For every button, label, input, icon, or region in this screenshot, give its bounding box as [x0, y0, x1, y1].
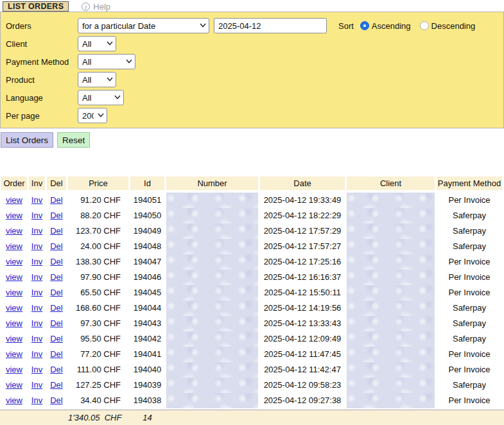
del-cell: Del: [47, 254, 66, 270]
view-link[interactable]: view: [6, 257, 22, 266]
view-cell: view: [1, 316, 27, 331]
redacted-number: [166, 270, 258, 285]
invoice-link[interactable]: Inv: [31, 288, 42, 297]
view-link[interactable]: view: [6, 365, 22, 374]
date-cell: 2025-04-12 14:19:56: [260, 300, 345, 316]
order-number-cell: [166, 285, 258, 300]
client-select-control[interactable]: All: [78, 36, 116, 51]
redacted-client: [347, 208, 435, 223]
info-icon: i: [82, 3, 90, 11]
view-cell: view: [1, 331, 27, 347]
view-link[interactable]: view: [6, 349, 22, 359]
orders-mode-select[interactable]: for a particular Date: [78, 18, 209, 33]
list-orders-button[interactable]: List Orders: [1, 132, 53, 148]
delete-link[interactable]: Del: [50, 318, 63, 328]
client-select[interactable]: All: [78, 36, 116, 51]
price-cell: 91.20 CHF: [68, 193, 128, 208]
sort-group: Sort Ascending Descending: [338, 21, 484, 31]
price-cell: 95.50 CHF: [68, 331, 128, 347]
delete-link[interactable]: Del: [50, 334, 63, 343]
view-link[interactable]: view: [6, 380, 22, 390]
delete-link[interactable]: Del: [50, 257, 63, 266]
delete-link[interactable]: Del: [50, 226, 63, 236]
delete-link[interactable]: Del: [50, 303, 63, 313]
inv-cell: Inv: [29, 285, 45, 300]
invoice-link[interactable]: Inv: [31, 226, 42, 236]
invoice-link[interactable]: Inv: [31, 272, 42, 282]
radio-unchecked-icon: [420, 21, 429, 30]
delete-link[interactable]: Del: [50, 365, 63, 374]
view-link[interactable]: view: [6, 334, 22, 343]
view-link[interactable]: view: [6, 318, 22, 328]
view-link[interactable]: view: [6, 211, 22, 220]
sort-descending-radio[interactable]: Descending: [420, 21, 476, 31]
product-select[interactable]: All: [78, 72, 116, 87]
delete-link[interactable]: Del: [50, 349, 63, 359]
invoice-link[interactable]: Inv: [31, 380, 42, 390]
view-link[interactable]: view: [6, 226, 22, 236]
invoice-link[interactable]: Inv: [31, 303, 42, 313]
client-cell: [347, 239, 435, 254]
price-cell: 123.70 CHF: [68, 223, 128, 239]
invoice-link[interactable]: Inv: [31, 241, 42, 251]
invoice-link[interactable]: Inv: [31, 211, 42, 220]
delete-link[interactable]: Del: [50, 395, 63, 405]
invoice-link[interactable]: Inv: [31, 395, 42, 405]
sort-ascending-radio[interactable]: Ascending: [360, 21, 411, 31]
payment-method-cell: Per Invoice: [437, 347, 502, 362]
delete-link[interactable]: Del: [50, 288, 63, 297]
price-cell: 88.20 CHF: [68, 208, 128, 223]
delete-link[interactable]: Del: [50, 195, 63, 205]
language-select-control[interactable]: All: [78, 90, 124, 105]
header-client: Client: [347, 177, 435, 190]
header-del: Del: [47, 177, 66, 190]
view-cell: view: [1, 223, 27, 239]
client-cell: [347, 193, 435, 208]
orders-mode-select-control[interactable]: for a particular Date: [78, 18, 209, 33]
invoice-link[interactable]: Inv: [31, 349, 42, 359]
del-cell: Del: [47, 377, 66, 393]
payment-method-cell: Saferpay: [437, 331, 502, 347]
date-cell: 2025-04-12 13:33:43: [260, 316, 345, 331]
payment-method-cell: Per Invoice: [437, 193, 502, 208]
view-link[interactable]: view: [6, 288, 22, 297]
view-link[interactable]: view: [6, 241, 22, 251]
invoice-link[interactable]: Inv: [31, 195, 42, 205]
payment-method-select[interactable]: All: [78, 54, 135, 69]
language-select[interactable]: All: [78, 90, 124, 105]
payment-method-select-control[interactable]: All: [78, 54, 135, 69]
invoice-link[interactable]: Inv: [31, 318, 42, 328]
view-link[interactable]: view: [6, 272, 22, 282]
invoice-link[interactable]: Inv: [31, 334, 42, 343]
per-page-select-control[interactable]: 200: [78, 108, 107, 123]
order-id-cell: 194049: [130, 223, 164, 239]
view-cell: view: [1, 208, 27, 223]
view-link[interactable]: view: [6, 395, 22, 405]
delete-link[interactable]: Del: [50, 272, 63, 282]
client-cell: [347, 300, 435, 316]
invoice-link[interactable]: Inv: [31, 257, 42, 266]
delete-link[interactable]: Del: [50, 241, 63, 251]
view-link[interactable]: view: [6, 195, 22, 205]
help-link[interactable]: i Help: [82, 2, 110, 12]
reset-button[interactable]: Reset: [57, 132, 90, 148]
delete-link[interactable]: Del: [50, 211, 63, 220]
inv-cell: Inv: [29, 193, 45, 208]
per-page-select[interactable]: 200: [78, 108, 107, 123]
date-cell: 2025-04-12 15:50:11: [260, 285, 345, 300]
invoice-link[interactable]: Inv: [31, 365, 42, 374]
order-number-cell: [166, 223, 258, 239]
date-input[interactable]: [214, 18, 327, 33]
orders-rows: view Inv Del 91.20 CHF 194051 2025-04-12…: [0, 193, 504, 408]
header-price: Price: [68, 177, 128, 190]
client-filter-row: Client All: [6, 36, 503, 51]
price-cell: 77.20 CHF: [68, 347, 128, 362]
product-select-control[interactable]: All: [78, 72, 116, 87]
view-link[interactable]: view: [6, 303, 22, 313]
header-id: Id: [130, 177, 164, 190]
delete-link[interactable]: Del: [50, 380, 63, 390]
redacted-client: [347, 331, 435, 347]
order-id-cell: 194045: [130, 285, 164, 300]
del-cell: Del: [47, 285, 66, 300]
client-cell: [347, 223, 435, 239]
